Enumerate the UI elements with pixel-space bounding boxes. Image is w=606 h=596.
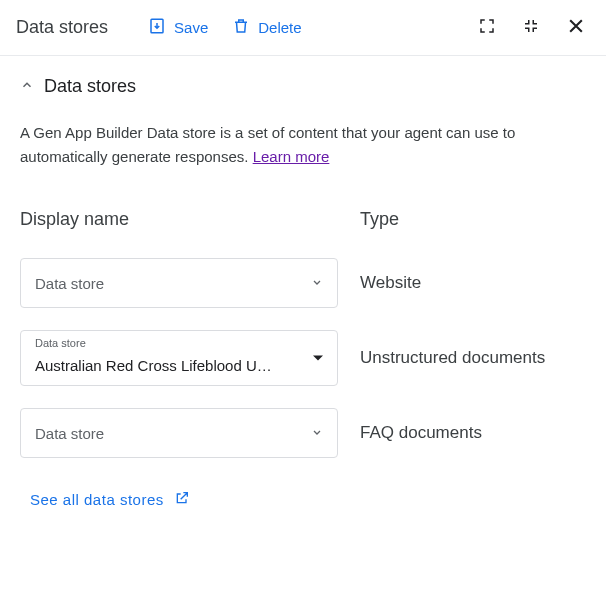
data-store-select-unstructured[interactable]: Data store Australian Red Cross Lifebloo… — [20, 330, 338, 386]
display-name-column-label: Display name — [20, 209, 129, 229]
trash-icon — [232, 17, 250, 38]
type-value: Unstructured documents — [360, 348, 545, 368]
type-value: Website — [360, 273, 421, 293]
caret-down-icon — [313, 356, 323, 361]
select-placeholder: Data store — [35, 275, 297, 292]
fullscreen-button[interactable] — [474, 13, 500, 42]
select-value: Australian Red Cross Lifeblood U… — [35, 357, 297, 374]
select-floating-label: Data store — [35, 337, 86, 349]
section-title: Data stores — [44, 76, 136, 97]
select-placeholder: Data store — [35, 425, 297, 442]
data-store-row: Data store FAQ documents — [20, 408, 586, 458]
data-store-row: Data store Website — [20, 258, 586, 308]
section-header[interactable]: Data stores — [20, 76, 586, 97]
columns-header: Display name Type — [20, 209, 586, 230]
header-actions: Save Delete — [148, 17, 302, 38]
external-link-icon — [174, 490, 190, 509]
close-icon — [566, 16, 586, 39]
page-title: Data stores — [16, 17, 108, 38]
header-window-icons — [474, 12, 590, 43]
chevron-down-icon — [311, 275, 323, 292]
section-description: A Gen App Builder Data store is a set of… — [20, 121, 586, 169]
save-icon — [148, 17, 166, 38]
type-column-label: Type — [360, 209, 399, 229]
data-store-select-faq[interactable]: Data store — [20, 408, 338, 458]
save-button[interactable]: Save — [148, 17, 208, 38]
close-button[interactable] — [562, 12, 590, 43]
delete-label: Delete — [258, 19, 301, 36]
delete-button[interactable]: Delete — [232, 17, 301, 38]
chevron-up-icon — [20, 78, 34, 96]
main-section: Data stores A Gen App Builder Data store… — [0, 56, 606, 529]
see-all-data-stores-link[interactable]: See all data stores — [30, 490, 190, 509]
fullscreen-icon — [478, 17, 496, 38]
learn-more-link[interactable]: Learn more — [253, 148, 330, 165]
save-label: Save — [174, 19, 208, 36]
chevron-down-icon — [311, 425, 323, 442]
type-value: FAQ documents — [360, 423, 482, 443]
data-store-select-website[interactable]: Data store — [20, 258, 338, 308]
header-bar: Data stores Save Delete — [0, 0, 606, 56]
exit-fullscreen-button[interactable] — [518, 13, 544, 42]
exit-fullscreen-icon — [522, 17, 540, 38]
data-store-row: Data store Australian Red Cross Lifebloo… — [20, 330, 586, 386]
see-all-label: See all data stores — [30, 491, 164, 508]
